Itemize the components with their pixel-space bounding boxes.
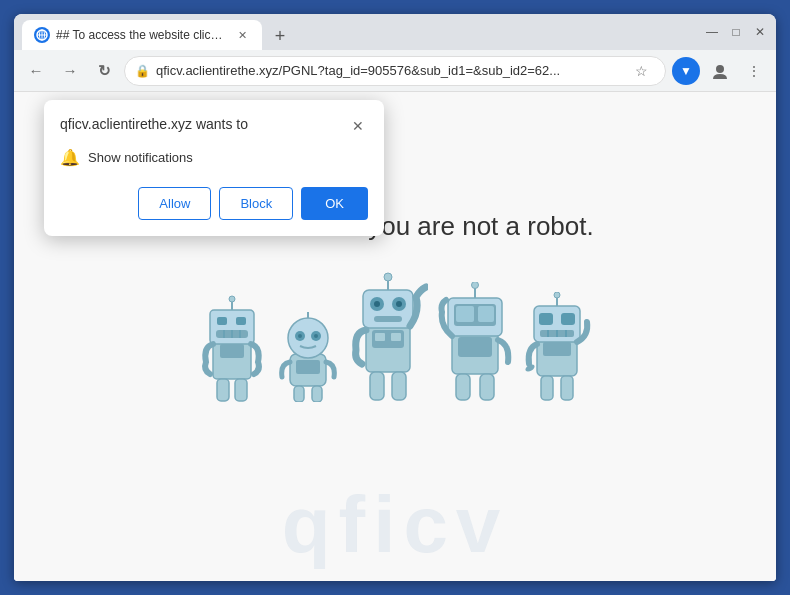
notification-dialog: qficv.aclientirethe.xyz wants to ✕ 🔔 Sho… — [44, 100, 384, 236]
dialog-close-button[interactable]: ✕ — [348, 116, 368, 136]
dialog-buttons: Allow Block OK — [60, 187, 368, 220]
block-button[interactable]: Block — [219, 187, 293, 220]
svg-rect-40 — [391, 333, 401, 341]
bookmark-icon[interactable]: ☆ — [627, 57, 655, 85]
dialog-header: qficv.aclientirethe.xyz wants to ✕ — [60, 116, 368, 136]
page-content: qficv.aclientirethe.xyz wants to ✕ 🔔 Sho… — [14, 92, 776, 581]
minimize-button[interactable]: — — [704, 24, 720, 40]
svg-point-25 — [314, 334, 318, 338]
svg-rect-10 — [236, 317, 246, 325]
allow-button[interactable]: Allow — [138, 187, 211, 220]
tab-close-button[interactable]: ✕ — [234, 27, 250, 43]
notification-row: 🔔 Show notifications — [60, 148, 368, 167]
svg-point-36 — [396, 301, 402, 307]
svg-rect-58 — [561, 313, 575, 325]
svg-rect-17 — [235, 379, 247, 401]
svg-point-8 — [229, 296, 235, 302]
address-bar[interactable]: 🔒 qficv.aclientirethe.xyz/PGNL?tag_id=90… — [124, 56, 666, 86]
forward-button[interactable]: → — [56, 57, 84, 85]
down-arrow-icon: ▼ — [680, 64, 692, 78]
svg-rect-6 — [210, 310, 254, 344]
tab-title: ## To access the website click th... — [56, 28, 228, 42]
active-tab[interactable]: ## To access the website click th... ✕ — [22, 20, 262, 50]
svg-rect-47 — [478, 306, 494, 322]
menu-button[interactable]: ⋮ — [740, 57, 768, 85]
svg-rect-50 — [458, 337, 492, 357]
svg-point-56 — [554, 292, 560, 298]
robot-2 — [278, 312, 338, 402]
svg-point-35 — [374, 301, 380, 307]
svg-point-19 — [288, 318, 328, 358]
svg-rect-27 — [294, 386, 304, 402]
robot-1 — [198, 292, 268, 402]
watermark: qficv — [14, 479, 776, 571]
reload-button[interactable]: ↻ — [90, 57, 118, 85]
notification-label: Show notifications — [88, 150, 193, 165]
svg-rect-16 — [217, 379, 229, 401]
maximize-button[interactable]: □ — [728, 24, 744, 40]
tab-area: ## To access the website click th... ✕ + — [22, 14, 700, 50]
svg-point-49 — [471, 282, 478, 289]
svg-rect-9 — [217, 317, 227, 325]
svg-rect-28 — [312, 386, 322, 402]
robot-3 — [348, 272, 428, 402]
tab-favicon — [34, 27, 50, 43]
url-text: qficv.aclientirethe.xyz/PGNL?tag_id=9055… — [156, 63, 621, 78]
lock-icon: 🔒 — [135, 64, 150, 78]
svg-point-24 — [298, 334, 302, 338]
svg-rect-37 — [374, 316, 402, 322]
window-controls: — □ ✕ — [704, 24, 768, 40]
svg-rect-57 — [539, 313, 553, 325]
download-button[interactable]: ▼ — [672, 57, 700, 85]
bell-icon: 🔔 — [60, 148, 80, 167]
dialog-title: qficv.aclientirethe.xyz wants to — [60, 116, 348, 132]
svg-point-4 — [716, 65, 724, 73]
profile-button[interactable] — [706, 57, 734, 85]
close-window-button[interactable]: ✕ — [752, 24, 768, 40]
svg-rect-30 — [363, 290, 413, 328]
ok-button[interactable]: OK — [301, 187, 368, 220]
svg-rect-63 — [543, 342, 571, 356]
svg-rect-15 — [220, 344, 244, 358]
robot-4 — [438, 282, 513, 402]
title-bar: ## To access the website click th... ✕ +… — [14, 14, 776, 50]
svg-rect-26 — [296, 360, 320, 374]
svg-rect-46 — [456, 306, 474, 322]
new-tab-button[interactable]: + — [266, 22, 294, 50]
svg-rect-66 — [561, 376, 573, 400]
robot-5 — [523, 292, 593, 402]
robots-area — [198, 272, 593, 402]
svg-rect-51 — [456, 374, 470, 400]
svg-point-32 — [384, 273, 392, 281]
svg-rect-42 — [392, 372, 406, 400]
svg-rect-41 — [370, 372, 384, 400]
svg-rect-65 — [541, 376, 553, 400]
back-button[interactable]: ← — [22, 57, 50, 85]
browser-window: ## To access the website click th... ✕ +… — [14, 14, 776, 581]
svg-rect-52 — [480, 374, 494, 400]
toolbar: ← → ↻ 🔒 qficv.aclientirethe.xyz/PGNL?tag… — [14, 50, 776, 92]
svg-rect-39 — [375, 333, 385, 341]
